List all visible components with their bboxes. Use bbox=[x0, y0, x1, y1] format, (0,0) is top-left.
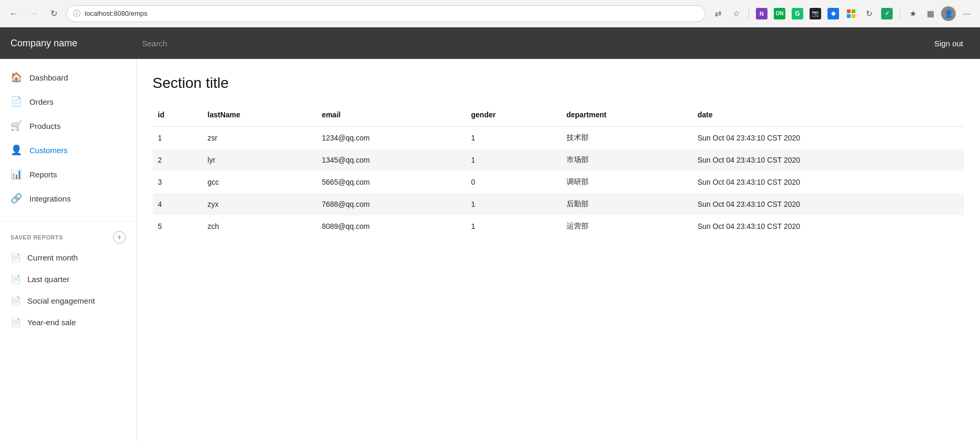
on-icon[interactable]: ON bbox=[772, 6, 787, 21]
saved-report-label-3: Social engagement bbox=[27, 296, 95, 305]
cell-date: Sun Oct 04 23:43:10 CST 2020 bbox=[689, 127, 964, 149]
main-content: Section title id lastName email gender d… bbox=[137, 59, 980, 441]
svg-rect-0 bbox=[847, 9, 851, 13]
col-header-department: department bbox=[558, 105, 689, 127]
saved-reports-label: SAVED REPORTS bbox=[11, 234, 63, 240]
more-icon[interactable]: ⋯ bbox=[959, 6, 974, 21]
report-doc-icon-2: 📄 bbox=[11, 274, 21, 284]
svg-rect-3 bbox=[852, 14, 855, 18]
favorite-icon[interactable]: ☆ bbox=[729, 6, 743, 21]
forward-button[interactable]: → bbox=[26, 6, 41, 21]
sidebar-label-products: Products bbox=[29, 122, 60, 131]
cell-gender: 1 bbox=[463, 127, 558, 149]
svg-rect-2 bbox=[847, 14, 851, 18]
table-body: 1zsr1234@qq.com1技术部Sun Oct 04 23:43:10 C… bbox=[153, 127, 964, 238]
cell-id: 3 bbox=[153, 171, 199, 193]
integrations-icon: 🔗 bbox=[11, 193, 22, 204]
cell-email: 1345@qq.com bbox=[314, 149, 463, 171]
cell-gender: 1 bbox=[463, 215, 558, 237]
top-header: Company name Sign out bbox=[0, 27, 980, 59]
saved-report-year-end-sale[interactable]: 📄 Year-end sale bbox=[0, 312, 136, 333]
data-table: id lastName email gender department date… bbox=[153, 105, 964, 237]
back-button[interactable]: ← bbox=[6, 6, 21, 21]
reports-icon: 📊 bbox=[11, 168, 22, 180]
table-row: 2lyr1345@qq.com1市场部Sun Oct 04 23:43:10 C… bbox=[153, 149, 964, 171]
favorites-icon[interactable]: ★ bbox=[905, 6, 920, 21]
sidebar-label-integrations: Integrations bbox=[29, 194, 70, 203]
col-header-email: email bbox=[314, 105, 463, 127]
company-name: Company name bbox=[11, 38, 137, 49]
sidebar-nav: 🏠 Dashboard 📄 Orders 🛒 Products 👤 Custom… bbox=[0, 59, 136, 217]
cell-date: Sun Oct 04 23:43:10 CST 2020 bbox=[689, 215, 964, 237]
saved-report-last-quarter[interactable]: 📄 Last quarter bbox=[0, 268, 136, 290]
ext-camera-icon[interactable]: 📷 bbox=[808, 6, 823, 21]
svg-rect-1 bbox=[852, 9, 855, 13]
cell-id: 1 bbox=[153, 127, 199, 149]
col-header-date: date bbox=[689, 105, 964, 127]
refresh-ext-icon[interactable]: ↻ bbox=[862, 6, 876, 21]
report-doc-icon-3: 📄 bbox=[11, 296, 21, 306]
cell-lastName: gcc bbox=[199, 171, 314, 193]
saved-report-social-engagement[interactable]: 📄 Social engagement bbox=[0, 290, 136, 312]
cell-id: 5 bbox=[153, 215, 199, 237]
cell-department: 技术部 bbox=[558, 127, 689, 149]
cell-date: Sun Oct 04 23:43:10 CST 2020 bbox=[689, 149, 964, 171]
cell-lastName: zyx bbox=[199, 193, 314, 215]
sidebar-label-dashboard: Dashboard bbox=[29, 73, 68, 82]
add-report-button[interactable]: + bbox=[113, 231, 126, 244]
sidebar-label-reports: Reports bbox=[29, 170, 57, 179]
onenote-icon[interactable]: N bbox=[754, 6, 769, 21]
orders-icon: 📄 bbox=[11, 96, 22, 107]
saved-report-label-1: Current month bbox=[27, 253, 78, 262]
cell-department: 运营部 bbox=[558, 215, 689, 237]
sidebar-item-orders[interactable]: 📄 Orders bbox=[0, 89, 136, 114]
sidebar-item-reports[interactable]: 📊 Reports bbox=[0, 162, 136, 186]
table-row: 4zyx7688@qq.com1后勤部Sun Oct 04 23:43:10 C… bbox=[153, 193, 964, 215]
sidebar-item-dashboard[interactable]: 🏠 Dashboard bbox=[0, 65, 136, 89]
sidebar-item-integrations[interactable]: 🔗 Integrations bbox=[0, 186, 136, 211]
main-area: 🏠 Dashboard 📄 Orders 🛒 Products 👤 Custom… bbox=[0, 59, 980, 441]
address-bar[interactable]: ⓘ localhost:8080/emps bbox=[66, 5, 705, 22]
cell-gender: 1 bbox=[463, 193, 558, 215]
search-input[interactable] bbox=[137, 34, 928, 53]
browser-bar: ← → ↻ ⓘ localhost:8080/emps ⇄ ☆ N ON G 📷… bbox=[0, 0, 980, 27]
cell-email: 5665@qq.com bbox=[314, 171, 463, 193]
saved-reports-header: SAVED REPORTS + bbox=[0, 226, 136, 247]
home-icon: 🏠 bbox=[11, 72, 22, 83]
cell-date: Sun Oct 04 23:43:10 CST 2020 bbox=[689, 193, 964, 215]
table-row: 1zsr1234@qq.com1技术部Sun Oct 04 23:43:10 C… bbox=[153, 127, 964, 149]
cell-date: Sun Oct 04 23:43:10 CST 2020 bbox=[689, 171, 964, 193]
sidebar-label-customers: Customers bbox=[29, 146, 68, 155]
browser-toolbar: ⇄ ☆ N ON G 📷 ◆ bbox=[711, 6, 974, 21]
saved-report-label-4: Year-end sale bbox=[27, 318, 76, 327]
cell-department: 后勤部 bbox=[558, 193, 689, 215]
url-text: localhost:8080/emps bbox=[85, 9, 147, 17]
sidebar-item-products[interactable]: 🛒 Products bbox=[0, 114, 136, 138]
cell-gender: 1 bbox=[463, 149, 558, 171]
app-wrapper: Company name Sign out 🏠 Dashboard 📄 Orde… bbox=[0, 27, 980, 441]
windows-icon[interactable] bbox=[844, 6, 858, 21]
saved-report-label-2: Last quarter bbox=[27, 275, 69, 284]
translate-icon[interactable]: ⇄ bbox=[711, 6, 725, 21]
green-ext-icon[interactable]: ✓ bbox=[880, 6, 894, 21]
sign-out-button[interactable]: Sign out bbox=[928, 35, 969, 52]
cell-lastName: zch bbox=[199, 215, 314, 237]
cell-department: 市场部 bbox=[558, 149, 689, 171]
saved-report-current-month[interactable]: 📄 Current month bbox=[0, 247, 136, 268]
cell-department: 调研部 bbox=[558, 171, 689, 193]
cell-email: 7688@qq.com bbox=[314, 193, 463, 215]
cell-email: 1234@qq.com bbox=[314, 127, 463, 149]
sidebar: 🏠 Dashboard 📄 Orders 🛒 Products 👤 Custom… bbox=[0, 59, 137, 441]
collections-icon[interactable]: ▩ bbox=[923, 6, 938, 21]
sidebar-item-customers[interactable]: 👤 Customers bbox=[0, 138, 136, 162]
col-header-lastname: lastName bbox=[199, 105, 314, 127]
reload-button[interactable]: ↻ bbox=[46, 6, 61, 21]
ext-blue-icon[interactable]: ◆ bbox=[826, 6, 841, 21]
report-doc-icon-1: 📄 bbox=[11, 253, 21, 263]
sidebar-divider bbox=[0, 221, 136, 222]
table-row: 5zch8089@qq.com1运营部Sun Oct 04 23:43:10 C… bbox=[153, 215, 964, 237]
grammarly-icon[interactable]: G bbox=[790, 6, 805, 21]
sidebar-label-orders: Orders bbox=[29, 97, 54, 106]
profile-avatar[interactable]: 👤 bbox=[941, 6, 956, 21]
toolbar-separator bbox=[749, 8, 749, 19]
